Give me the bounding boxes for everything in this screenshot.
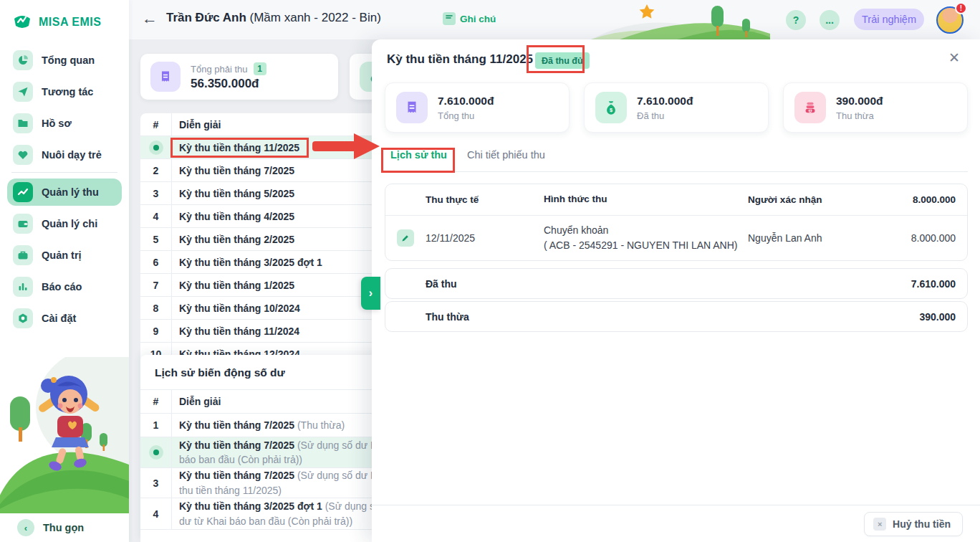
pie-chart-icon <box>13 50 33 70</box>
sidebar-item-label: Quản lý thu <box>42 186 99 198</box>
briefcase-icon <box>13 245 33 265</box>
header-hills-decoration <box>591 0 770 39</box>
sidebar-item-label: Quản trị <box>42 249 82 261</box>
misa-logo-icon <box>11 13 33 32</box>
more-button[interactable]: ... <box>820 10 840 30</box>
sidebar-item-bao-cao[interactable]: Báo cáo <box>7 273 122 300</box>
cancel-collection-button[interactable]: × Huỷ thu tiền <box>864 512 963 536</box>
table-row[interactable]: 12/11/2025 Chuyển khoản ( ACB - 2545291 … <box>385 216 967 260</box>
stat-label: Đã thu <box>637 110 693 121</box>
sidebar-item-label: Quản lý chi <box>42 218 97 229</box>
close-icon[interactable]: ✕ <box>948 49 960 66</box>
heart-icon <box>13 145 33 165</box>
page-title: Trần Đức Anh (Mầm xanh - 2022 - Bin) <box>166 11 381 25</box>
column-header-confirmer: Người xác nhận <box>748 194 873 205</box>
stat-value: 7.610.000đ <box>637 95 693 108</box>
cancel-collection-label: Huỷ thu tiền <box>893 518 951 530</box>
student-name: Trần Đức Anh <box>166 11 246 24</box>
eye-icon <box>149 141 163 155</box>
payment-method: Chuyển khoản ( ACB - 2545291 - NGUYEN TH… <box>544 223 748 253</box>
sidebar-item-label: Nuôi dạy trẻ <box>42 149 102 161</box>
column-header-index: # <box>140 390 172 413</box>
sidebar-item-label: Cài đặt <box>42 313 76 324</box>
note-button[interactable]: Ghi chú <box>443 12 496 25</box>
receipt-icon <box>150 62 181 92</box>
summary-label: Thu thừa <box>426 311 873 323</box>
total-receivable-value: 56.350.000đ <box>191 77 266 91</box>
tab-lich-su-thu[interactable]: Lịch sử thu <box>390 149 447 161</box>
wallet-icon <box>13 214 33 234</box>
tabs-divider <box>385 171 968 172</box>
top-header: ← Trần Đức Anh (Mầm xanh - 2022 - Bin) G… <box>129 0 980 39</box>
back-arrow-icon[interactable]: ← <box>142 9 158 28</box>
stat-label: Tổng thu <box>438 110 494 121</box>
receipt-icon <box>396 92 428 123</box>
count-badge: 1 <box>254 62 266 75</box>
sidebar-item-quan-ly-chi[interactable]: Quản lý chi <box>7 210 122 237</box>
brand-logo[interactable]: MISA EMIS <box>11 13 101 32</box>
sidebar-item-quan-ly-thu[interactable]: Quản lý thu <box>7 179 122 206</box>
chevron-left-icon: ‹ <box>17 519 34 536</box>
total-receivable-card: Tổng phải thu 1 56.350.000đ <box>140 54 338 100</box>
fee-period-detail-drawer: Kỳ thu tiền tháng 11/2025 Đã thu đủ ✕ 7.… <box>372 39 980 542</box>
column-header-index: # <box>140 113 172 136</box>
sidebar-divider <box>11 172 117 173</box>
sidebar: MISA EMIS Tổng quan Tương tác Hồ sơ Nuôi… <box>0 0 129 542</box>
folder-icon <box>13 113 33 133</box>
sidebar-item-quan-tri[interactable]: Quản trị <box>7 242 122 269</box>
collapse-sidebar-button[interactable]: ‹ Thu gọn <box>17 519 84 536</box>
collection-history-table: Thu thực tế Hình thức thu Người xác nhận… <box>385 184 968 261</box>
payment-date: 12/11/2025 <box>426 232 544 244</box>
summary-value: 390.000 <box>873 311 967 323</box>
stat-value: 7.610.000đ <box>438 95 494 108</box>
drawer-footer: × Huỷ thu tiền <box>372 505 980 542</box>
bar-chart-icon <box>13 277 33 297</box>
paper-plane-icon <box>13 82 33 102</box>
summary-label: Đã thu <box>426 278 873 290</box>
confirmer-name: Nguyễn Lan Anh <box>748 232 873 244</box>
notification-badge: ! <box>955 2 967 14</box>
coin-stack-icon: $ <box>794 92 826 123</box>
tab-chi-tiet-phieu-thu[interactable]: Chi tiết phiếu thu <box>467 149 545 161</box>
sidebar-item-nuoi-day-tre[interactable]: Nuôi dạy trẻ <box>7 141 122 168</box>
svg-text:$: $ <box>610 107 612 113</box>
sidebar-item-label: Tương tác <box>42 86 93 98</box>
experience-button[interactable]: Trải nghiệm <box>854 9 924 30</box>
student-meta: (Mầm xanh - 2022 - Bin) <box>250 11 381 24</box>
collapse-label: Thu gọn <box>43 522 84 533</box>
sidebar-item-label: Báo cáo <box>42 281 82 293</box>
drawer-title: Kỳ thu tiền tháng 11/2025 <box>387 52 533 67</box>
sidebar-item-label: Hồ sơ <box>42 118 72 129</box>
summary-overpaid-row: Thu thừa 390.000 <box>385 301 968 332</box>
column-header-amount: 8.000.000 <box>873 194 967 205</box>
sidebar-item-tuong-tac[interactable]: Tương tác <box>7 78 122 105</box>
annotation-arrow <box>312 141 358 151</box>
column-header-method: Hình thức thu <box>544 192 748 206</box>
help-button[interactable]: ? <box>786 10 806 30</box>
settings-icon <box>13 308 33 328</box>
sidebar-item-label: Tổng quan <box>42 54 95 66</box>
table-header-row: Thu thực tế Hình thức thu Người xác nhận… <box>385 184 967 216</box>
drawer-expand-handle[interactable]: › <box>361 277 380 310</box>
stat-card-overpaid: $ 390.000đ Thu thừa <box>783 82 968 133</box>
stat-card-total: 7.610.000đ Tổng thu <box>385 82 570 133</box>
column-header-date: Thu thực tế <box>426 194 544 205</box>
money-bag-icon: $ <box>595 92 627 123</box>
status-badge: Đã thu đủ <box>535 52 590 69</box>
column-header-description: Diễn giải <box>172 391 391 412</box>
sidebar-item-ho-so[interactable]: Hồ sơ <box>7 110 122 137</box>
document-x-icon: × <box>873 518 886 531</box>
edit-pencil-icon[interactable] <box>397 229 414 247</box>
app-window: ← Trần Đức Anh (Mầm xanh - 2022 - Bin) G… <box>0 0 980 542</box>
stat-value: 390.000đ <box>836 95 883 108</box>
sidebar-item-tong-quan[interactable]: Tổng quan <box>7 47 122 74</box>
stat-card-collected: $ 7.610.000đ Đã thu <box>584 82 769 133</box>
note-icon <box>443 12 456 25</box>
payment-amount: 8.000.000 <box>873 232 967 244</box>
summary-value: 7.610.000 <box>873 278 967 290</box>
note-label: Ghi chú <box>460 14 496 24</box>
annotation-arrow-head <box>354 133 380 159</box>
sidebar-item-cai-dat[interactable]: Cài đặt <box>7 305 122 332</box>
total-receivable-label: Tổng phải thu <box>191 64 248 75</box>
summary-collected-row: Đã thu 7.610.000 <box>385 268 968 299</box>
